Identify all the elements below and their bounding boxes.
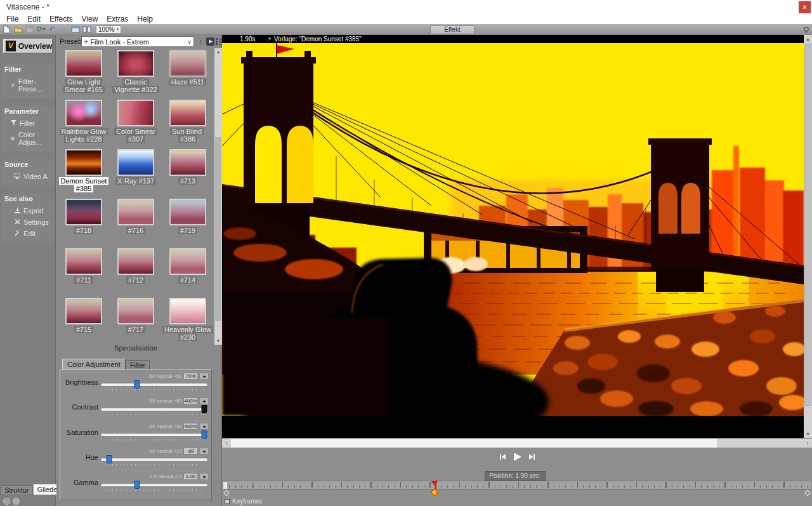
redo-icon[interactable]: ↷ — [59, 25, 69, 34]
preset-thumbnail[interactable] — [65, 50, 102, 77]
play-button[interactable] — [513, 452, 522, 462]
preset-item[interactable]: #711 — [58, 246, 110, 296]
scroll-right-icon[interactable]: › — [803, 439, 812, 448]
sidebar-item-filter[interactable]: Filter — [4, 117, 53, 129]
sidebar-item-filter-presets[interactable]: ⚡ Filter-Prese... — [4, 76, 53, 95]
preset-item[interactable]: #713 — [162, 147, 214, 197]
preset-item[interactable]: Demon Sunset #385 — [58, 147, 110, 197]
skip-to-end-button[interactable] — [528, 453, 535, 460]
refresh-icon[interactable]: ⟳▾ — [36, 25, 46, 34]
scroll-down-icon[interactable]: ▼ — [804, 430, 812, 438]
close-button[interactable]: × — [799, 1, 811, 13]
slider-thumb[interactable] — [134, 481, 140, 489]
new-document-icon[interactable] — [2, 25, 11, 34]
scroll-up-icon[interactable]: ▲ — [214, 48, 222, 56]
preset-item[interactable]: Haze #511 — [162, 48, 214, 98]
preset-item[interactable]: Heavenly Glow #230 — [162, 296, 214, 345]
preset-item[interactable]: Rainbow Glow Lights #228 — [58, 98, 110, 147]
slider-value-box[interactable]: -89 — [183, 448, 198, 455]
slider-value-box[interactable]: 400% — [183, 397, 198, 404]
preview-vertical-scrollbar[interactable]: ▲ ▼ — [804, 35, 812, 438]
preset-thumbnail[interactable] — [169, 50, 206, 77]
keyframe-marker[interactable] — [431, 488, 439, 496]
preset-item[interactable]: Sun Blind #386 — [162, 98, 214, 147]
scroll-down-icon[interactable]: ▼ — [214, 337, 222, 345]
sidebar-item-color-adjust[interactable]: ☀ Color Adjus... — [4, 129, 53, 148]
slider-thumb[interactable] — [134, 380, 140, 389]
preset-thumbnail[interactable] — [169, 100, 206, 126]
preset-item[interactable]: #714 — [162, 246, 214, 296]
menu-item[interactable]: Effects — [45, 14, 77, 24]
preset-item[interactable]: #716 — [110, 197, 162, 246]
preset-item[interactable]: #717 — [110, 296, 162, 345]
keyframes-checkbox[interactable] — [225, 499, 230, 504]
slider-spinner[interactable]: ◂▸ — [199, 423, 209, 430]
preset-thumbnail[interactable] — [117, 199, 154, 225]
layout-split-icon[interactable] — [82, 25, 91, 34]
preset-item[interactable]: #718 — [58, 197, 110, 246]
scrollbar-thumb[interactable] — [804, 44, 811, 406]
bottom-tab[interactable]: Struktur — [1, 485, 33, 495]
layout-single-icon[interactable] — [70, 25, 80, 34]
adjust-tab[interactable]: Filter — [126, 360, 150, 370]
preset-item[interactable]: #712 — [110, 246, 162, 296]
preset-thumbnail[interactable] — [117, 248, 154, 275]
keyframe-end-diamond[interactable] — [804, 490, 811, 496]
preset-thumbnail[interactable] — [65, 248, 102, 275]
scrollbar-thumb[interactable] — [215, 137, 221, 321]
preset-thumbnail[interactable] — [117, 50, 154, 77]
skip-to-start-button[interactable] — [499, 453, 506, 460]
menu-item[interactable]: Help — [133, 14, 157, 24]
preset-item[interactable]: Glow Light Smear #165 — [58, 48, 110, 98]
slider-track[interactable] — [101, 434, 207, 436]
scroll-left-icon[interactable]: ‹ — [222, 439, 231, 448]
sidebar-item-edit[interactable]: Edit — [4, 228, 53, 239]
slider-track[interactable] — [101, 408, 207, 411]
preset-item[interactable]: Color Smear #307 — [110, 98, 162, 147]
sidebar-item-export[interactable]: Export — [4, 205, 53, 216]
menu-item[interactable]: File — [2, 14, 23, 24]
preset-category-dropdown[interactable]: ✳ Film Look - Extrem ∨ — [81, 36, 194, 47]
preset-thumbnail[interactable] — [117, 149, 154, 176]
menu-item[interactable]: View — [77, 14, 103, 24]
preset-thumbnail[interactable] — [169, 248, 206, 275]
collapse-up-button[interactable]: ↑ — [197, 37, 205, 46]
scroll-up-icon[interactable]: ▲ — [804, 35, 812, 43]
preset-thumbnail[interactable] — [65, 149, 102, 176]
preview-play-button[interactable] — [206, 37, 214, 46]
slider-track[interactable] — [101, 383, 207, 386]
keyframes-toggle[interactable]: Keyframes — [225, 498, 263, 505]
sidebar-item-video-a[interactable]: Video A — [4, 171, 53, 182]
presets-scrollbar[interactable]: ▲ ▼ — [214, 48, 222, 345]
slider-value-box[interactable]: 1.00 — [183, 473, 198, 480]
preset-thumbnail[interactable] — [169, 298, 206, 324]
open-folder-icon[interactable] — [13, 25, 23, 34]
slider-spinner[interactable]: ◂▸ — [199, 448, 209, 455]
menu-item[interactable]: Edit — [23, 14, 45, 24]
keyframe-track[interactable] — [223, 489, 811, 496]
adjust-tab[interactable]: Color Adjustment — [62, 359, 126, 370]
slider-spinner[interactable]: ◂▸ — [199, 473, 209, 480]
preset-item[interactable]: #715 — [58, 296, 110, 345]
preset-item[interactable]: Classic Vignette #322 — [110, 48, 162, 98]
slider-track[interactable] — [101, 458, 207, 461]
sidebar-item-settings[interactable]: Settings — [4, 216, 53, 228]
save-icon[interactable] — [25, 25, 34, 34]
preset-thumbnail[interactable] — [169, 149, 206, 176]
forward-circle-button[interactable]: → — [13, 498, 20, 505]
slider-spinner[interactable]: ◂▸ — [199, 373, 209, 380]
slider-thumb[interactable] — [107, 455, 112, 463]
slider-value-box[interactable]: 70% — [183, 373, 198, 380]
preset-thumbnail[interactable] — [65, 199, 102, 225]
slider-thumb[interactable] — [201, 405, 207, 413]
undo-icon[interactable]: ↶ — [48, 25, 57, 34]
slider-thumb[interactable] — [201, 430, 207, 439]
slider-value-box[interactable]: 400% — [183, 423, 198, 430]
suspend-effect-button[interactable]: Effekt aussetzen — [430, 25, 475, 34]
slider-spinner[interactable]: ◂▸ — [199, 397, 209, 404]
preset-item[interactable]: #719 — [162, 197, 214, 246]
overview-button[interactable]: V Overview — [3, 39, 53, 53]
menu-item[interactable]: Extras — [102, 14, 133, 24]
slider-track[interactable] — [101, 484, 207, 486]
preset-thumbnail[interactable] — [65, 100, 102, 126]
